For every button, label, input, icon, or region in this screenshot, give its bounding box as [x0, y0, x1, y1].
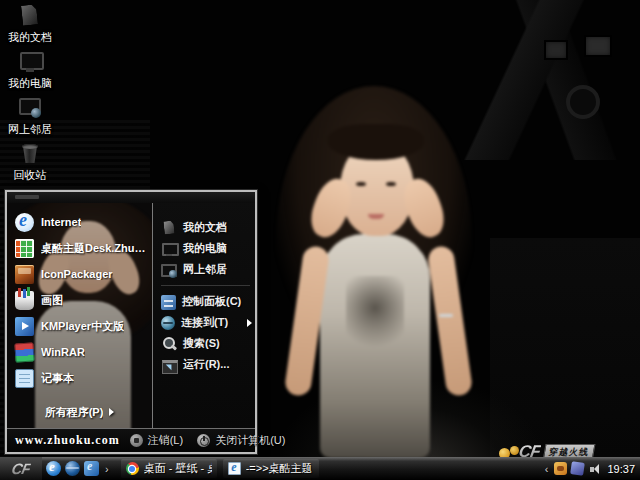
- start-menu-header: [7, 192, 255, 203]
- start-menu-item-zhuoku-theme[interactable]: 桌酷主题Desk.ZhuoKu.Com: [13, 235, 148, 261]
- menu-item-label: IconPackager: [41, 268, 113, 280]
- desktop-icon-recycle-bin[interactable]: 回收站: [2, 142, 58, 183]
- notepad-icon: [15, 369, 34, 388]
- start-menu-item-internet[interactable]: Internet: [13, 209, 148, 235]
- tray-app-icon-orange[interactable]: [554, 462, 567, 475]
- recycle-bin-icon: [18, 142, 42, 166]
- my-computer-icon: [161, 241, 177, 257]
- start-menu: Internet 桌酷主题Desk.ZhuoKu.Com IconPackage…: [5, 190, 257, 454]
- start-menu-pinned-list: Internet 桌酷主题Desk.ZhuoKu.Com IconPackage…: [7, 203, 152, 391]
- start-menu-item-iconpackager[interactable]: IconPackager: [13, 261, 148, 287]
- my-documents-icon: [18, 4, 42, 28]
- log-off-label: 注销(L): [148, 433, 183, 448]
- turn-off-label: 关闭计算机(U): [215, 433, 285, 448]
- menu-item-label: WinRAR: [41, 346, 85, 358]
- start-menu-item-my-documents[interactable]: 我的文档: [159, 217, 252, 238]
- kmplayer-icon: [15, 317, 34, 336]
- quick-launch-explorer-icon[interactable]: [84, 461, 99, 476]
- desktop-icon-label: 回收站: [14, 168, 47, 183]
- turn-off-computer-button[interactable]: 关闭计算机(U): [193, 431, 289, 450]
- desktop-icon-label: 网上邻居: [8, 122, 52, 137]
- submenu-arrow-icon: [109, 408, 114, 416]
- username-text: [15, 195, 39, 199]
- run-icon: [161, 357, 177, 373]
- girl-bracelet: [439, 314, 453, 317]
- menu-item-label: 画图: [41, 293, 63, 308]
- menu-item-label: Internet: [41, 216, 81, 228]
- log-off-icon: [130, 434, 143, 447]
- desktop-icon-network-places[interactable]: 网上邻居: [2, 96, 58, 137]
- all-programs-button[interactable]: 所有程序(P): [7, 402, 152, 422]
- search-icon: [161, 336, 177, 352]
- girl-shirt-print: [346, 276, 404, 356]
- iconpackager-icon: [15, 265, 34, 284]
- task-label: 桌面 - 壁纸 - 桌酷...: [144, 461, 212, 476]
- taskbar-clock[interactable]: 19:37: [605, 463, 635, 475]
- system-tray: 19:37: [539, 462, 640, 475]
- volume-icon[interactable]: [588, 462, 601, 475]
- wallpaper-wheel: [566, 85, 600, 119]
- menu-item-label: 控制面板(C): [182, 294, 241, 309]
- tray-app-icon-blue[interactable]: [571, 461, 586, 476]
- task-label: -=>>桌酷主题 - Mi...: [246, 461, 314, 476]
- quick-launch-bar: [42, 461, 115, 476]
- menu-separator: [161, 285, 250, 286]
- taskbar: CF 桌面 - 壁纸 - 桌酷... -=>>桌酷主题 - Mi... 19:3…: [0, 457, 640, 480]
- network-places-icon: [161, 262, 177, 278]
- desktop-icon-label: 我的文档: [8, 30, 52, 45]
- start-menu-item-notepad[interactable]: 记事本: [13, 365, 148, 391]
- taskbar-tasks: 桌面 - 壁纸 - 桌酷... -=>>桌酷主题 - Mi...: [121, 459, 539, 478]
- girl-mouth: [368, 214, 384, 219]
- quick-launch-browser-icon[interactable]: [65, 461, 80, 476]
- start-menu-item-network-places[interactable]: 网上邻居: [159, 259, 252, 280]
- menu-item-label: 我的文档: [183, 220, 227, 235]
- ie-page-icon: [228, 462, 241, 475]
- start-menu-item-control-panel[interactable]: 控制面板(C): [159, 291, 252, 312]
- start-menu-footer: www.zhuoku.com 注销(L) 关闭计算机(U): [7, 428, 255, 452]
- connect-to-icon: [161, 316, 175, 330]
- quick-launch-expand-icon[interactable]: [103, 463, 111, 475]
- power-icon: [197, 434, 210, 447]
- winrar-icon: [14, 342, 34, 362]
- desktop-icon-label: 我的电脑: [8, 76, 52, 91]
- zhuoku-website-text: www.zhuoku.com: [15, 433, 120, 448]
- girl-eye: [356, 182, 366, 186]
- tray-collapse-icon[interactable]: [543, 463, 551, 475]
- start-menu-right-column: 我的文档 我的电脑 网上邻居 控制面板(C) 连接到(T): [153, 203, 255, 428]
- quick-launch-ie-icon[interactable]: [46, 461, 61, 476]
- start-menu-body: Internet 桌酷主题Desk.ZhuoKu.Com IconPackage…: [7, 203, 255, 428]
- log-off-button[interactable]: 注销(L): [126, 431, 187, 450]
- start-menu-item-my-computer[interactable]: 我的电脑: [159, 238, 252, 259]
- zhuoku-theme-icon: [15, 239, 34, 258]
- start-menu-item-paint[interactable]: 画图: [13, 287, 148, 313]
- desktop: CF 穿越火线 我的文档 我的电脑 网上邻居 回收站: [0, 0, 640, 480]
- girl-bangs: [328, 124, 424, 160]
- wallpaper-window: [544, 40, 568, 60]
- menu-item-label: 运行(R)...: [183, 357, 229, 372]
- wallpaper-window: [584, 35, 612, 57]
- desktop-icon-my-computer[interactable]: 我的电脑: [2, 50, 58, 91]
- chrome-icon: [126, 462, 139, 475]
- internet-explorer-icon: [15, 213, 34, 232]
- network-places-icon: [18, 96, 42, 120]
- desktop-icon-my-documents[interactable]: 我的文档: [2, 4, 58, 45]
- menu-item-label: 网上邻居: [183, 262, 227, 277]
- start-menu-item-kmplayer[interactable]: KMPlayer中文版: [13, 313, 148, 339]
- start-button[interactable]: CF: [0, 457, 42, 480]
- task-button-wallpaper-page[interactable]: 桌面 - 壁纸 - 桌酷...: [121, 459, 217, 478]
- start-menu-item-winrar[interactable]: WinRAR: [13, 339, 148, 365]
- my-computer-icon: [18, 50, 42, 74]
- menu-item-label: 搜索(S): [183, 336, 220, 351]
- start-menu-item-connect-to[interactable]: 连接到(T): [159, 312, 252, 333]
- desktop-icon-list: 我的文档 我的电脑 网上邻居 回收站: [2, 4, 58, 183]
- wallpaper-girl: [268, 86, 483, 458]
- start-menu-item-search[interactable]: 搜索(S): [159, 333, 252, 354]
- menu-item-label: 桌酷主题Desk.ZhuoKu.Com: [41, 241, 146, 256]
- submenu-arrow-icon: [247, 319, 252, 327]
- menu-item-label: 记事本: [41, 371, 74, 386]
- my-documents-icon: [161, 220, 177, 236]
- all-programs-label: 所有程序(P): [45, 405, 104, 420]
- start-menu-item-run[interactable]: 运行(R)...: [159, 354, 252, 375]
- task-button-zhuoku-theme[interactable]: -=>>桌酷主题 - Mi...: [223, 459, 319, 478]
- menu-item-label: 我的电脑: [183, 241, 227, 256]
